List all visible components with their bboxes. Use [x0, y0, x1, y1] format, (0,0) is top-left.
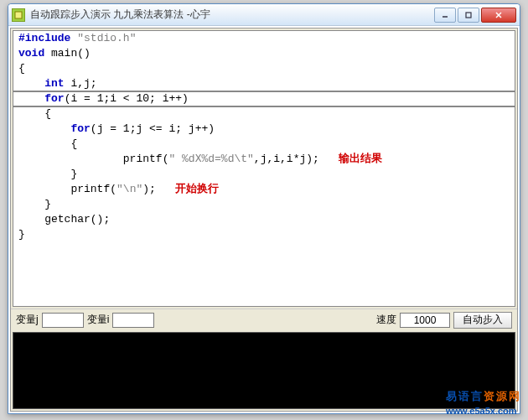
- close-button[interactable]: [481, 8, 516, 23]
- code-line: getchar();: [13, 212, 515, 227]
- var-j-label: 变量j: [16, 313, 39, 327]
- var-i-label: 变量i: [87, 313, 110, 327]
- code-line: {: [13, 106, 515, 122]
- minimize-button[interactable]: [434, 8, 456, 23]
- svg-rect-0: [15, 12, 22, 18]
- code-line: }: [13, 167, 515, 182]
- maximize-button[interactable]: [458, 8, 479, 23]
- speed-label: 速度: [376, 313, 396, 327]
- code-line: }: [13, 197, 515, 212]
- code-line: printf("\n"); 开始换行: [13, 182, 515, 197]
- watermark: 易语言资源网 www.e5a5x.com: [446, 389, 521, 417]
- code-line: {: [13, 61, 515, 76]
- code-line-current: for(i = 1;i < 10; i++): [13, 91, 515, 106]
- titlebar[interactable]: 自动跟踪步入演示 九九乘法表算法 -心宇: [8, 4, 520, 26]
- code-line: }: [13, 227, 515, 242]
- svg-rect-2: [466, 13, 471, 18]
- code-line: void main(): [13, 46, 515, 61]
- output-console[interactable]: [13, 332, 515, 409]
- code-line: int i,j;: [13, 76, 515, 91]
- speed-input[interactable]: [400, 313, 450, 328]
- code-line: {: [13, 137, 515, 152]
- controls-bar: 变量j 变量i 速度 自动步入: [11, 309, 517, 330]
- code-line: for(j = 1;j <= i; j++): [13, 122, 515, 137]
- app-icon: [12, 8, 25, 22]
- code-line: printf(" %dX%d=%d\t",j,i,i*j); 输出结果: [13, 152, 515, 167]
- auto-step-button[interactable]: 自动步入: [453, 312, 512, 329]
- var-j-input[interactable]: [42, 313, 84, 328]
- app-window: 自动跟踪步入演示 九九乘法表算法 -心宇 #include "stdio.h" …: [8, 3, 520, 414]
- code-editor[interactable]: #include "stdio.h" void main() { int i,j…: [13, 30, 515, 307]
- window-title: 自动跟踪步入演示 九九乘法表算法 -心宇: [30, 8, 434, 22]
- code-line: #include "stdio.h": [13, 31, 515, 46]
- var-i-input[interactable]: [112, 313, 154, 328]
- window-buttons: [434, 8, 516, 23]
- content-area: #include "stdio.h" void main() { int i,j…: [10, 28, 518, 412]
